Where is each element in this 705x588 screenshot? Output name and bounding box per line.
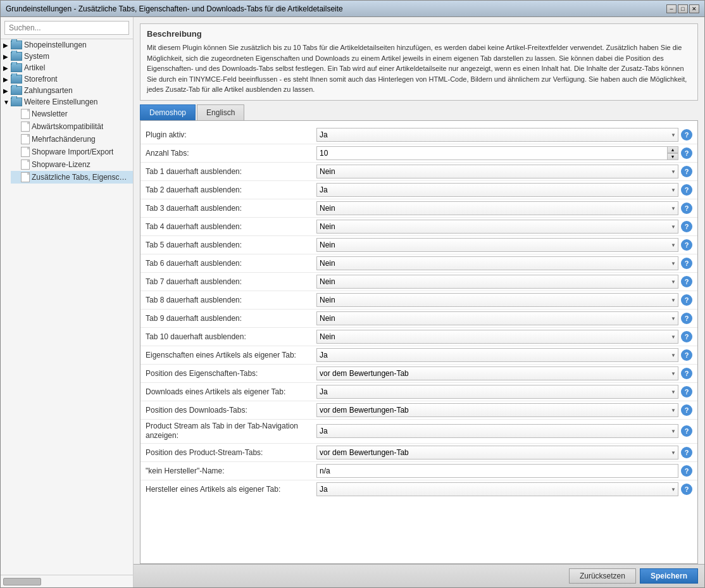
sidebar-item-zahlungsarten[interactable]: ▶ Zahlungsarten: [1, 85, 133, 96]
spin-down-button[interactable]: ▼: [667, 153, 678, 160]
sidebar-item-system[interactable]: ▶ System: [1, 51, 133, 62]
sidebar-item-zusaetzliche-tabs[interactable]: Zusätzliche Tabs, Eigenschaft: [11, 171, 133, 184]
minimize-button[interactable]: –: [666, 4, 677, 13]
help-button[interactable]: ?: [681, 294, 692, 306]
tab7-select-wrap: NeinJa: [316, 275, 678, 289]
field-label: Position des Downloads-Tabs:: [146, 406, 316, 415]
description-box: Beschreibung Mit diesem Plugin können Si…: [140, 23, 698, 101]
search-input[interactable]: [4, 21, 129, 35]
field-control: NeinJa ?: [316, 238, 692, 252]
tab5-select[interactable]: NeinJa: [316, 238, 678, 252]
form-row-tab2: Tab 2 dauerhaft ausblenden: JaNein ?: [140, 181, 697, 199]
eigenschaften-position-select-wrap: vor dem Bewertungen-Tab nach dem Bewertu…: [316, 366, 678, 380]
tab9-select[interactable]: NeinJa: [316, 311, 678, 325]
eigenschaften-position-select[interactable]: vor dem Bewertungen-Tab nach dem Bewertu…: [316, 366, 678, 380]
tab2-select[interactable]: JaNein: [316, 183, 678, 197]
help-button[interactable]: ?: [681, 239, 692, 251]
field-control: NeinJa ?: [316, 293, 692, 307]
field-control: JaNein ?: [316, 348, 692, 362]
help-button[interactable]: ?: [681, 484, 692, 495]
folder-icon: [11, 75, 22, 84]
help-button[interactable]: ?: [681, 147, 692, 159]
tab6-select[interactable]: NeinJa: [316, 256, 678, 270]
form-row-kein-hersteller: "kein Hersteller"-Name: ?: [140, 462, 697, 480]
field-control: ?: [316, 464, 692, 478]
folder-icon: [11, 52, 22, 61]
sidebar: ▶ Shopeinstellungen ▶ System ▶ Artikel ▶: [1, 17, 134, 587]
reset-button[interactable]: Zurücksetzen: [569, 568, 636, 584]
sidebar-item-label: Artikel: [24, 63, 45, 72]
sidebar-item-weitere-einstellungen[interactable]: ▼ Weitere Einstellungen: [1, 96, 133, 108]
field-label: Position des Product-Stream-Tabs:: [146, 448, 316, 457]
help-button[interactable]: ?: [681, 425, 692, 437]
eigenschaften-tab-select[interactable]: JaNein: [316, 348, 678, 362]
help-button[interactable]: ?: [681, 313, 692, 324]
anzahl-tabs-input[interactable]: [316, 146, 678, 160]
hersteller-tab-select-wrap: JaNein: [316, 482, 678, 496]
expand-icon: ▶: [3, 87, 11, 94]
scroll-thumb[interactable]: [3, 578, 41, 585]
tab1-select[interactable]: NeinJa: [316, 165, 678, 178]
tab4-select[interactable]: NeinJa: [316, 220, 678, 234]
sidebar-item-label: Zusätzliche Tabs, Eigenschaft: [32, 173, 130, 182]
help-button[interactable]: ?: [681, 276, 692, 287]
help-button[interactable]: ?: [681, 349, 692, 361]
product-stream-position-select[interactable]: vor dem Bewertungen-Tab nach dem Bewertu…: [316, 446, 678, 460]
eigenschaften-tab-select-wrap: JaNein: [316, 348, 678, 362]
help-button[interactable]: ?: [681, 184, 692, 196]
help-button[interactable]: ?: [681, 465, 692, 477]
sidebar-item-mehrfach[interactable]: Mehrfachänderung: [11, 133, 133, 146]
kein-hersteller-input[interactable]: [316, 464, 678, 478]
description-text: Mit diesem Plugin können Sie zusätzlich …: [147, 42, 691, 95]
close-button[interactable]: ✕: [689, 4, 699, 13]
doc-icon: [21, 172, 30, 182]
sidebar-item-storefront[interactable]: ▶ Storefront: [1, 73, 133, 85]
maximize-button[interactable]: □: [678, 4, 688, 13]
help-button[interactable]: ?: [681, 166, 692, 177]
sidebar-item-label: Shopware Import/Export: [32, 147, 113, 156]
sidebar-item-lizenz[interactable]: Shopware-Lizenz: [11, 158, 133, 171]
help-button[interactable]: ?: [681, 221, 692, 232]
tab-demoshop[interactable]: Demoshop: [140, 104, 196, 120]
help-button[interactable]: ?: [681, 129, 692, 141]
sidebar-item-import-export[interactable]: Shopware Import/Export: [11, 146, 133, 158]
product-stream-tab-select[interactable]: JaNein: [316, 424, 678, 438]
sidebar-item-newsletter[interactable]: Newsletter: [11, 108, 133, 120]
plugin-aktiv-select[interactable]: JaNein: [316, 128, 678, 142]
downloads-position-select[interactable]: vor dem Bewertungen-Tab nach dem Bewertu…: [316, 403, 678, 417]
form-row-downloads-position: Position des Downloads-Tabs: vor dem Bew…: [140, 401, 697, 420]
sidebar-item-shopeinstellungen[interactable]: ▶ Shopeinstellungen: [1, 39, 133, 51]
tab10-select-wrap: NeinJa: [316, 330, 678, 344]
tab10-select[interactable]: NeinJa: [316, 330, 678, 344]
doc-icon: [21, 134, 30, 144]
form-row-product-stream-position: Position des Product-Stream-Tabs: vor de…: [140, 444, 697, 462]
help-button[interactable]: ?: [681, 447, 692, 458]
field-label: Tab 3 dauerhaft ausblenden:: [146, 204, 316, 213]
downloads-tab-select[interactable]: JaNein: [316, 385, 678, 399]
tab-englisch[interactable]: Englisch: [197, 104, 244, 120]
tab3-select[interactable]: NeinJa: [316, 201, 678, 215]
tab8-select[interactable]: NeinJa: [316, 293, 678, 307]
help-button[interactable]: ?: [681, 404, 692, 416]
save-button[interactable]: Speichern: [640, 568, 698, 584]
sidebar-item-abwaerts[interactable]: Abwärtskompatibilität: [11, 120, 133, 133]
plugin-aktiv-select-wrap: JaNein: [316, 128, 678, 142]
help-button[interactable]: ?: [681, 386, 692, 397]
help-button[interactable]: ?: [681, 258, 692, 269]
expand-icon: ▶: [3, 53, 11, 60]
hersteller-tab-select[interactable]: JaNein: [316, 482, 678, 496]
help-button[interactable]: ?: [681, 331, 692, 342]
help-button[interactable]: ?: [681, 368, 692, 379]
field-control: vor dem Bewertungen-Tab nach dem Bewertu…: [316, 403, 692, 417]
tab2-select-wrap: JaNein: [316, 183, 678, 197]
help-button[interactable]: ?: [681, 203, 692, 214]
sidebar-item-artikel[interactable]: ▶ Artikel: [1, 62, 133, 73]
folder-icon: [11, 63, 22, 72]
tab7-select[interactable]: NeinJa: [316, 275, 678, 289]
field-label: Tab 6 dauerhaft ausblenden:: [146, 259, 316, 268]
field-label: Anzahl Tabs:: [146, 149, 316, 158]
field-control: JaNein ?: [316, 482, 692, 496]
form-row-tab7: Tab 7 dauerhaft ausblenden: NeinJa ?: [140, 273, 697, 291]
form-row-plugin-aktiv: Plugin aktiv: JaNein ?: [140, 126, 697, 144]
spin-up-button[interactable]: ▲: [667, 146, 678, 153]
